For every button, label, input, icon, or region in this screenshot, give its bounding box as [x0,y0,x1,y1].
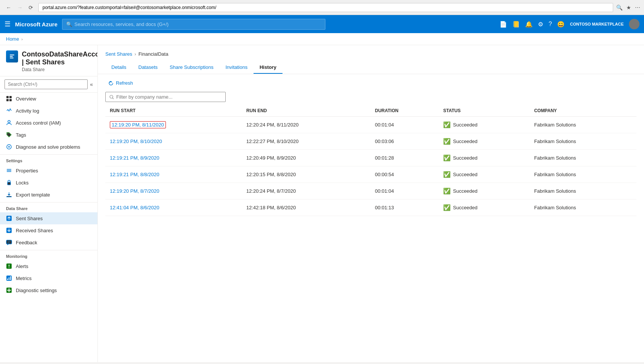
table-row: 12:19:21 PM, 8/9/202012:20:49 PM, 8/9/20… [105,150,636,166]
filter-input[interactable] [116,94,222,100]
nav-tags[interactable]: Tags [0,129,97,141]
breadcrumb-sent-shares[interactable]: Sent Shares [105,51,132,57]
more-icon: ⋯ [635,5,640,11]
table-header-row: RUN START RUN END DURATION STATUS COMPAN… [105,105,636,117]
hamburger-icon[interactable]: ☰ [5,20,11,28]
tab-history[interactable]: History [254,61,283,74]
status-text: Succeeded [453,188,477,194]
cell-run-end: 12:20:24 PM, 8/11/2020 [242,117,371,133]
properties-icon [6,168,12,174]
svg-rect-6 [9,99,12,101]
cell-company: Fabrikam Solutions [530,117,636,133]
svg-rect-10 [7,169,11,170]
cell-status: ✅Succeeded [439,133,530,150]
settings-icon[interactable]: ⚙ [538,21,543,28]
cell-duration: 00:01:04 [371,117,439,133]
col-company: COMPANY [530,105,636,117]
forward-button[interactable]: → [15,3,25,12]
directory-icon[interactable]: 📒 [512,21,520,28]
nav-access-control[interactable]: Access control (IAM) [0,117,97,129]
nav-overview[interactable]: Overview [0,93,97,105]
search-input[interactable] [74,19,321,29]
col-run-end: RUN END [242,105,371,117]
nav-icons: 📄 📒 🔔 ⚙ ? 😀 CONTOSO MARKETPLACE [500,19,639,29]
status-text: Succeeded [453,139,477,144]
back-button[interactable]: ← [4,3,14,12]
refresh-icon [108,81,114,86]
nav-alerts[interactable]: Alerts [0,260,97,272]
cell-run-start[interactable]: 12:19:21 PM, 8/9/2020 [105,150,242,166]
nav-feedback[interactable]: Feedback [0,236,97,248]
nav-properties[interactable]: Properties [0,164,97,177]
tags-icon [6,132,12,138]
svg-point-30 [110,95,113,98]
resource-header: ContosoDataShareAccount | Sent Shares Da… [0,45,97,76]
nav-received-shares[interactable]: Received Shares [0,224,97,236]
help-icon[interactable]: ? [548,21,552,27]
breadcrumb-home[interactable]: Home [6,36,19,42]
overview-icon [6,96,12,102]
status-icon: ✅ [443,138,451,145]
nav-activity-log[interactable]: Activity log [0,105,97,117]
global-search[interactable]: 🔍 [62,19,325,30]
nav-properties-label: Properties [16,168,38,174]
table-row: 12:41:04 PM, 8/6/202012:42:18 PM, 8/6/20… [105,200,636,216]
tab-datasets[interactable]: Datasets [132,61,164,74]
nav-locks-label: Locks [16,180,29,186]
main-layout: ContosoDataShareAccount | Sent Shares Da… [0,45,644,362]
monitoring-section-header: Monitoring [0,250,97,260]
tab-invitations[interactable]: Invitations [219,61,254,74]
diagnostic-icon [6,287,12,293]
cell-run-end: 12:42:18 PM, 8/6/2020 [242,200,371,216]
svg-rect-0 [10,55,14,55]
nav-metrics-label: Metrics [16,276,32,281]
search-icon: 🔍 [66,21,72,27]
access-icon [6,120,12,126]
refresh-button[interactable]: Refresh [105,79,136,87]
top-breadcrumb: Home › [0,33,644,45]
tab-share-subscriptions[interactable]: Share Subscriptions [164,61,219,74]
cell-status: ✅Succeeded [439,166,530,183]
smiley-icon[interactable]: 😀 [557,21,565,28]
col-run-start: RUN START [105,105,242,117]
avatar[interactable] [629,19,639,29]
table-row: 12:19:20 PM, 8/11/202012:20:24 PM, 8/11/… [105,117,636,133]
activity-icon [6,108,12,114]
nav-metrics[interactable]: Metrics [0,272,97,284]
cell-run-start[interactable]: 12:19:20 PM, 8/10/2020 [105,133,242,150]
col-duration: DURATION [371,105,439,117]
page-breadcrumb: Sent Shares › FinancialData [105,51,636,57]
cell-run-start[interactable]: 12:19:21 PM, 8/8/2020 [105,166,242,183]
reload-button[interactable]: ⟳ [26,3,35,12]
data-share-section-header: Data Share [0,202,97,212]
nav-sent-shares[interactable]: Sent Shares [0,212,97,224]
cell-run-start[interactable]: 12:41:04 PM, 8/6/2020 [105,200,242,216]
notifications-icon[interactable]: 🔔 [525,21,533,28]
cell-status: ✅Succeeded [439,150,530,166]
address-bar[interactable] [38,3,613,12]
col-status: STATUS [439,105,530,117]
azure-top-nav: ☰ Microsoft Azure 🔍 📄 📒 🔔 ⚙ ? 😀 CONTOSO … [0,15,644,33]
nav-locks[interactable]: Locks [0,177,97,189]
nav-export-label: Export template [16,192,50,198]
status-text: Succeeded [453,122,477,128]
resource-subtitle: Data Share [22,67,98,72]
browser-bar: ← → ⟳ 🔍 ★ ⋯ [0,0,644,15]
svg-rect-13 [8,182,11,185]
nav-export[interactable]: Export template [0,189,97,201]
cell-run-start[interactable]: 12:19:20 PM, 8/11/2020 [105,117,242,133]
status-text: Succeeded [453,172,477,177]
export-icon [6,192,12,198]
nav-diagnostic[interactable]: Diagnostic settings [0,284,97,296]
settings-section-header: Settings [0,154,97,164]
filter-wrap [105,92,226,102]
nav-diagnose[interactable]: Diagnose and solve problems [0,141,97,153]
cell-run-start[interactable]: 12:19:20 PM, 8/7/2020 [105,183,242,200]
tab-details[interactable]: Details [105,61,132,74]
tabs-bar: Details Datasets Share Subscriptions Inv… [105,61,636,74]
cell-duration: 00:01:13 [371,200,439,216]
cloud-shell-icon[interactable]: 📄 [500,21,507,28]
sidebar-search-input[interactable] [5,79,88,89]
cell-status: ✅Succeeded [439,117,530,133]
collapse-sidebar-button[interactable]: « [90,81,93,87]
